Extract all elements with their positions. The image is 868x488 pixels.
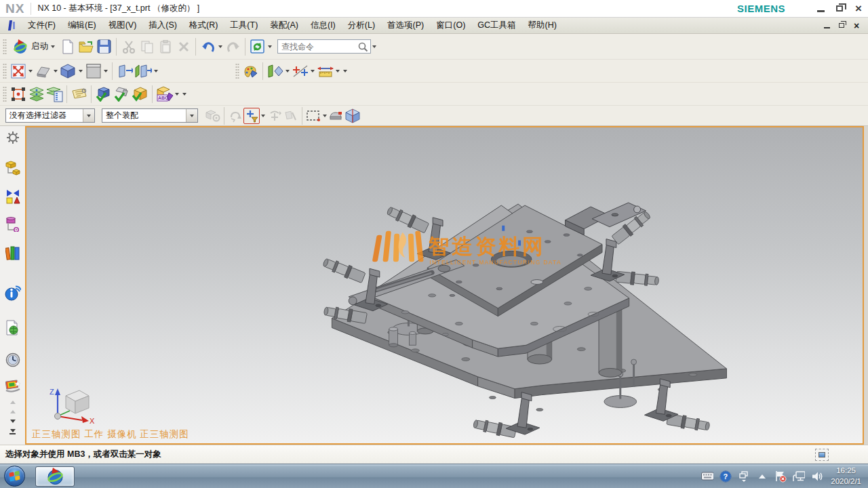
layer-settings-button[interactable] (27, 85, 45, 103)
help-tray-icon[interactable]: ? (719, 470, 732, 483)
interference-check-button[interactable] (113, 85, 131, 103)
new-part-button[interactable] (58, 37, 77, 56)
menu-item-preferences[interactable]: 首选项(P) (381, 18, 430, 33)
undo-dropdown[interactable] (217, 39, 224, 55)
snap-point-button[interactable] (291, 62, 309, 80)
object-check-button[interactable] (131, 85, 149, 103)
clip-section-button[interactable] (115, 62, 134, 80)
measure-button[interactable] (316, 62, 334, 80)
cad-model[interactable]: 智造资料网 INTELLIGENT MANUFACTURING DATA (26, 127, 863, 443)
background-dropdown[interactable] (102, 63, 109, 79)
undo-button[interactable] (199, 37, 217, 56)
find-command-input[interactable] (281, 42, 357, 52)
assembly-check-button[interactable] (94, 85, 113, 103)
open-button[interactable] (77, 37, 95, 56)
roles-palette-button[interactable] (241, 62, 260, 80)
selection-filter-select[interactable]: 没有选择过滤器 (5, 108, 95, 123)
layer-category-button[interactable] (45, 85, 64, 103)
internet-tab[interactable] (5, 286, 21, 301)
edit-object-display-button[interactable]: ABC (155, 85, 174, 103)
highlight-select-button[interactable] (328, 108, 344, 124)
toolbar-grip[interactable] (3, 86, 7, 102)
menu-item-file[interactable]: 文件(F) (22, 18, 62, 33)
paste-button[interactable] (156, 37, 174, 56)
cut-button[interactable] (119, 37, 138, 56)
marquee-select-button[interactable] (305, 108, 321, 124)
section-view-button[interactable] (266, 62, 284, 80)
fit-view-button[interactable] (9, 62, 27, 80)
menu-item-format[interactable]: 格式(R) (183, 18, 224, 33)
toolbar-grip[interactable] (235, 63, 239, 79)
child-minimize-button[interactable] (819, 20, 834, 32)
action-center-flag-icon[interactable] (774, 470, 787, 483)
part-navigator-tab[interactable] (5, 217, 21, 232)
desktop-restore-tray-icon[interactable] (738, 470, 750, 483)
clip-work-section-button[interactable] (134, 62, 152, 80)
quickpick-button[interactable] (344, 108, 361, 124)
restore-button[interactable] (830, 1, 849, 16)
background-button[interactable] (84, 62, 102, 80)
menu-item-help[interactable]: 帮助(H) (522, 18, 563, 33)
scroll-down-icon[interactable] (10, 420, 16, 423)
search-dropdown[interactable] (371, 39, 378, 55)
reuse-library-tab[interactable] (5, 245, 21, 260)
section-view-dropdown[interactable] (284, 63, 291, 79)
roles-tab[interactable] (5, 379, 21, 394)
scroll-up-icon[interactable] (10, 410, 16, 413)
resource-bar-options-button[interactable] (5, 130, 21, 145)
show-hidden-icons-button[interactable] (756, 470, 768, 483)
menu-item-analysis[interactable]: 分析(L) (342, 18, 381, 33)
render-style-dropdown[interactable] (52, 63, 59, 79)
toolbar-overflow[interactable] (341, 63, 349, 79)
toolbar-grip[interactable] (3, 39, 7, 55)
snap-point-dropdown[interactable] (309, 63, 316, 79)
menu-item-insert[interactable]: 插入(S) (142, 18, 183, 33)
render-style-button[interactable] (34, 62, 52, 80)
network-tray-icon[interactable] (793, 470, 805, 483)
volume-tray-icon[interactable] (811, 470, 823, 483)
select-arrow[interactable] (186, 109, 197, 122)
toolbar-overflow[interactable] (180, 86, 188, 102)
history-tab[interactable] (5, 320, 21, 335)
assembly-navigator-tab[interactable] (5, 161, 21, 176)
copy-button[interactable] (138, 37, 156, 56)
edit-display-dropdown[interactable] (174, 86, 180, 102)
redo-button[interactable] (224, 37, 242, 56)
delete-button[interactable] (174, 37, 193, 56)
annotation-tag-button[interactable] (70, 85, 88, 103)
refresh-dropdown[interactable] (267, 39, 273, 55)
save-button[interactable] (95, 37, 113, 56)
move-component-button[interactable] (9, 85, 27, 103)
menu-item-edit[interactable]: 编辑(E) (62, 18, 102, 33)
toolbar-grip[interactable] (3, 63, 7, 79)
view-triad[interactable]: Z X (47, 386, 96, 424)
graphics-window[interactable]: 智造资料网 INTELLIGENT MANUFACTURING DATA Z X… (25, 126, 864, 445)
view-orientation-dropdown[interactable] (77, 63, 84, 79)
menu-item-information[interactable]: 信息(I) (304, 18, 342, 33)
menu-item-tools[interactable]: 工具(T) (224, 18, 264, 33)
constraint-navigator-tab[interactable] (5, 189, 21, 204)
fit-dropdown[interactable] (27, 63, 34, 79)
child-close-button[interactable]: × (849, 20, 864, 32)
selection-scope-select[interactable]: 整个装配 (102, 108, 198, 123)
marquee-dropdown[interactable] (321, 108, 328, 124)
keyboard-tray-icon[interactable] (701, 470, 713, 483)
snap-point-active-button[interactable] (243, 108, 260, 124)
menu-item-gc-toolbox[interactable]: GC工具箱 (471, 18, 521, 33)
windows-start-button[interactable] (1, 465, 27, 488)
magnifier-icon[interactable] (357, 41, 368, 52)
toolbar-overflow[interactable] (152, 63, 159, 79)
child-restore-button[interactable] (834, 20, 849, 32)
menu-item-view[interactable]: 视图(V) (102, 18, 143, 33)
measure-dropdown[interactable] (334, 63, 341, 79)
nx-taskbar-button[interactable] (35, 466, 75, 487)
taskbar-clock[interactable]: 16:25 2020/2/1 (831, 466, 861, 487)
scroll-up-icon[interactable] (10, 401, 16, 404)
scroll-bottom-icon[interactable] (9, 429, 16, 434)
snap-enable-button[interactable] (227, 108, 243, 124)
view-orientation-button[interactable] (59, 62, 77, 80)
rotate-point-button[interactable] (267, 108, 283, 124)
snap-active-dropdown[interactable] (260, 108, 267, 124)
menu-item-window[interactable]: 窗口(O) (430, 18, 471, 33)
history-palette-tab[interactable] (5, 352, 21, 367)
